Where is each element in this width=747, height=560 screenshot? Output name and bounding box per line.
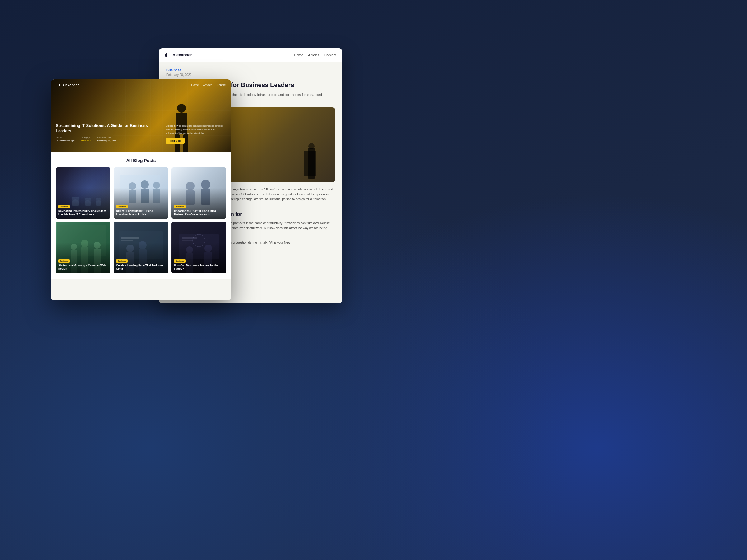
blog-card-4[interactable]: Business Starting and Growing a Career i… xyxy=(56,222,110,273)
back-article-date: February 28, 2022 xyxy=(166,73,335,77)
back-nav-home[interactable]: Home xyxy=(294,53,303,57)
hero-logo-text: Alexander xyxy=(62,83,79,87)
front-window: Alexander Home Articles Contact Streamli… xyxy=(51,79,231,300)
back-nav-contact[interactable]: Contact xyxy=(324,53,336,57)
blog-card-6-content: Business How Can Designers Prepare for t… xyxy=(172,255,226,273)
hero-section: Alexander Home Articles Contact Streamli… xyxy=(51,79,231,153)
back-article-category: Business xyxy=(166,68,335,72)
back-logo: Alexander xyxy=(165,53,192,57)
hero-meta-author: Goran Babarogic xyxy=(56,139,74,142)
svg-rect-3 xyxy=(168,53,169,57)
hero-desc: Explore how IT consulting can help busin… xyxy=(165,124,226,144)
hero-nav-articles[interactable]: Articles xyxy=(203,83,212,86)
hero-nav: Alexander Home Articles Contact xyxy=(51,79,231,90)
blog-section-title: All Blog Posts xyxy=(56,158,226,163)
blog-card-3-title: Choosing the Right IT Consulting Partner… xyxy=(174,209,224,216)
blog-card-1-content: Business Navigating Cybersecurity Challe… xyxy=(56,201,110,219)
blog-card-5-content: Business Create a Landing Page That Perf… xyxy=(113,255,169,273)
svg-rect-5 xyxy=(170,54,170,57)
hero-meta-category-group: Category Business xyxy=(81,136,91,142)
hero-meta-category: Business xyxy=(81,139,91,142)
svg-rect-0 xyxy=(165,54,165,57)
hero-meta-date: February 28, 2022 xyxy=(97,139,117,142)
blog-card-5[interactable]: Business Create a Landing Page That Perf… xyxy=(113,222,169,273)
svg-rect-4 xyxy=(169,54,169,56)
blog-card-3-category: Business xyxy=(174,205,185,208)
svg-rect-25 xyxy=(58,84,58,86)
blog-card-2[interactable]: Business ROI of IT Consulting: Turning I… xyxy=(113,167,169,219)
blog-card-1[interactable]: Business Navigating Cybersecurity Challe… xyxy=(56,167,110,219)
hero-desc-text: Explore how IT consulting can help busin… xyxy=(165,124,226,135)
back-logo-text: Alexander xyxy=(173,53,192,57)
hero-nav-home[interactable]: Home xyxy=(191,83,199,86)
hero-nav-contact[interactable]: Contact xyxy=(216,83,226,86)
hero-meta-author-label: Author xyxy=(56,136,74,138)
svg-point-19 xyxy=(177,104,186,113)
svg-rect-2 xyxy=(167,54,168,56)
blog-card-6-category: Business xyxy=(174,260,185,263)
svg-rect-23 xyxy=(56,84,56,86)
back-logo-icon xyxy=(165,53,171,57)
svg-rect-26 xyxy=(58,83,59,86)
hero-meta-author-group: Author Goran Babarogic xyxy=(56,136,74,142)
svg-rect-27 xyxy=(59,84,60,86)
hero-meta: Author Goran Babarogic Category Business… xyxy=(56,136,163,142)
blog-card-6-title: How Can Designers Prepare for the Future… xyxy=(174,264,224,271)
blog-card-2-content: Business ROI of IT Consulting: Turning I… xyxy=(113,201,169,219)
svg-rect-24 xyxy=(57,83,57,87)
hero-meta-category-label: Category xyxy=(81,136,91,138)
blog-card-3-content: Business Choosing the Right IT Consultin… xyxy=(172,201,226,219)
hero-content: Streamlining IT Solutions: A Guide for B… xyxy=(56,123,163,144)
blog-card-6[interactable]: Business How Can Designers Prepare for t… xyxy=(172,222,226,273)
blog-card-2-category: Business xyxy=(116,205,128,208)
blog-card-1-title: Navigating Cybersecurity Challenges: Ins… xyxy=(58,209,108,216)
blog-card-4-title: Starting and Growing a Career in Web Des… xyxy=(58,264,108,271)
blog-card-4-content: Business Starting and Growing a Career i… xyxy=(56,255,110,273)
blog-card-4-category: Business xyxy=(58,260,70,263)
hero-meta-date-group: Released Date February 28, 2022 xyxy=(97,136,117,142)
blog-card-1-category: Business xyxy=(58,205,70,208)
back-window-header: Alexander Home Articles Contact xyxy=(159,48,342,62)
blog-card-5-title: Create a Landing Page That Performs Grea… xyxy=(116,264,166,271)
hero-logo-icon xyxy=(56,83,61,87)
back-nav-articles[interactable]: Articles xyxy=(308,53,319,57)
blog-card-3[interactable]: Business Choosing the Right IT Consultin… xyxy=(172,167,226,219)
svg-point-7 xyxy=(308,143,315,149)
hero-nav-links: Home Articles Contact xyxy=(191,83,226,86)
hero-logo: Alexander xyxy=(56,83,79,87)
blog-section: All Blog Posts Business xyxy=(51,153,231,279)
svg-rect-6 xyxy=(308,148,315,179)
hero-meta-date-label: Released Date xyxy=(97,136,117,138)
hero-title: Streamlining IT Solutions: A Guide for B… xyxy=(56,123,163,134)
blog-card-2-title: ROI of IT Consulting: Turning Investment… xyxy=(116,209,166,216)
read-more-button[interactable]: Read More xyxy=(165,138,185,144)
blog-card-5-category: Business xyxy=(116,260,128,263)
back-nav: Home Articles Contact xyxy=(294,53,336,57)
blog-grid: Business Navigating Cybersecurity Challe… xyxy=(56,167,226,273)
svg-rect-1 xyxy=(166,53,166,57)
